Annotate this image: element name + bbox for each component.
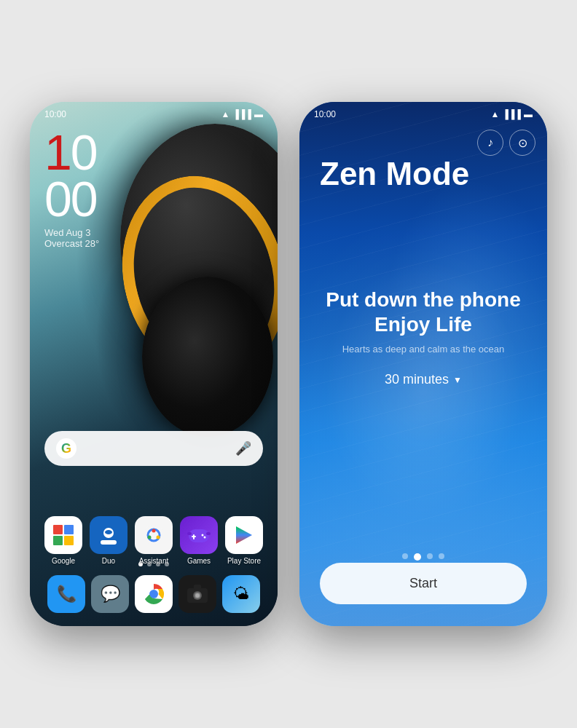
scene: 10:00 ▲ ▐▐▐ ▬ 1 0 00 Wed Aug 3 Overcast … (0, 0, 577, 728)
svg-point-7 (144, 525, 164, 545)
time-display-2: 10:00 (314, 109, 336, 119)
zen-duration[interactable]: 30 minutes ▼ (314, 373, 533, 388)
dock-camera[interactable] (178, 575, 216, 613)
phone-2: 10:00 ▲ ▐▐▐ ▬ ♪ ⊙ Zen Mode Put down the … (299, 102, 547, 626)
clock-minutes: 00 (44, 177, 99, 221)
dock-messages[interactable]: 💬 (91, 575, 129, 613)
status-bar-2: 10:00 ▲ ▐▐▐ ▬ (299, 102, 547, 123)
zen-profile-icon[interactable]: ⊙ (509, 130, 535, 156)
svg-point-11 (148, 536, 152, 539)
signal-icon-2: ▐▐▐ (502, 109, 521, 119)
duo-icon-img (90, 516, 127, 554)
zen-dot-1 (402, 553, 408, 559)
svg-rect-17 (187, 532, 192, 535)
games-icon-img (180, 516, 218, 554)
zen-music-icon[interactable]: ♪ (477, 130, 503, 156)
signal-icon: ▐▐▐ (232, 109, 251, 119)
app-google[interactable]: Google (42, 516, 85, 565)
playstore-label: Play Store (227, 557, 261, 565)
dock: 📞 💬 (30, 575, 278, 613)
google-icon-img (44, 516, 82, 554)
zen-headline: Put down the phoneEnjoy Life (314, 288, 533, 336)
wifi-icon: ▲ (221, 109, 230, 119)
svg-rect-1 (64, 525, 74, 534)
svg-point-25 (196, 594, 200, 598)
svg-point-15 (202, 534, 204, 537)
battery-icon: ▬ (254, 109, 263, 119)
weather-text: Overcast 28° (44, 238, 99, 249)
clock-digit-red: 1 (44, 127, 71, 177)
svg-point-21 (151, 591, 157, 597)
time-display-1: 10:00 (44, 109, 66, 119)
svg-rect-2 (53, 536, 63, 545)
chevron-down-icon: ▼ (453, 375, 462, 385)
duo-label: Duo (102, 557, 115, 565)
svg-rect-5 (101, 540, 117, 545)
phone-1: 10:00 ▲ ▐▐▐ ▬ 1 0 00 Wed Aug 3 Overcast … (30, 102, 278, 626)
google-logo: G (56, 438, 76, 459)
zen-dot-4 (439, 553, 444, 559)
zen-dot-2 (414, 553, 421, 561)
zen-main-content: Put down the phoneEnjoy Life Hearts as d… (299, 288, 547, 387)
dock-weather[interactable]: 🌤 (222, 575, 260, 613)
zen-page-dots (299, 553, 547, 561)
app-duo[interactable]: Duo (87, 516, 130, 565)
dock-chrome[interactable] (135, 575, 173, 613)
clock-digit-white: 0 (71, 127, 97, 177)
zen-subtitle: Hearts as deep and calm as the ocean (314, 344, 533, 355)
svg-rect-0 (53, 525, 63, 534)
svg-rect-3 (64, 536, 74, 545)
date-text: Wed Aug 3 (44, 227, 99, 238)
start-button[interactable]: Start (320, 563, 527, 604)
google-label: Google (52, 557, 75, 565)
svg-rect-12 (189, 529, 209, 542)
dock-phone[interactable]: 📞 (47, 575, 85, 613)
svg-rect-14 (192, 536, 196, 537)
games-label: Games (187, 557, 211, 565)
app-grid: Google Duo (30, 516, 278, 568)
clock-display: 1 0 00 Wed Aug 3 Overcast 28° (44, 127, 99, 249)
app-games[interactable]: Games (177, 516, 221, 565)
svg-point-16 (204, 537, 206, 539)
app-row-1: Google Duo (41, 516, 267, 565)
svg-point-10 (157, 536, 160, 539)
svg-rect-6 (105, 530, 112, 534)
date-display: Wed Aug 3 Overcast 28° (44, 227, 99, 249)
svg-rect-26 (194, 585, 201, 590)
zen-title: Zen Mode (320, 157, 469, 191)
assistant-label: Assistant (139, 557, 169, 565)
app-assistant[interactable]: Assistant (132, 516, 176, 565)
battery-icon-2: ▬ (524, 109, 533, 119)
assistant-icon-img (135, 516, 173, 554)
mic-icon[interactable]: 🎤 (235, 440, 251, 456)
zen-dot-3 (427, 553, 433, 559)
status-icons-2: ▲ ▐▐▐ ▬ (491, 109, 533, 119)
status-icons-1: ▲ ▐▐▐ ▬ (221, 109, 263, 119)
playstore-icon-img (225, 516, 263, 554)
app-playstore[interactable]: Play Store (222, 516, 266, 565)
status-bar-1: 10:00 ▲ ▐▐▐ ▬ (30, 102, 278, 123)
wifi-icon-2: ▲ (491, 109, 500, 119)
search-bar[interactable]: G 🎤 (44, 431, 263, 466)
svg-point-9 (152, 529, 156, 533)
svg-rect-18 (206, 532, 211, 535)
